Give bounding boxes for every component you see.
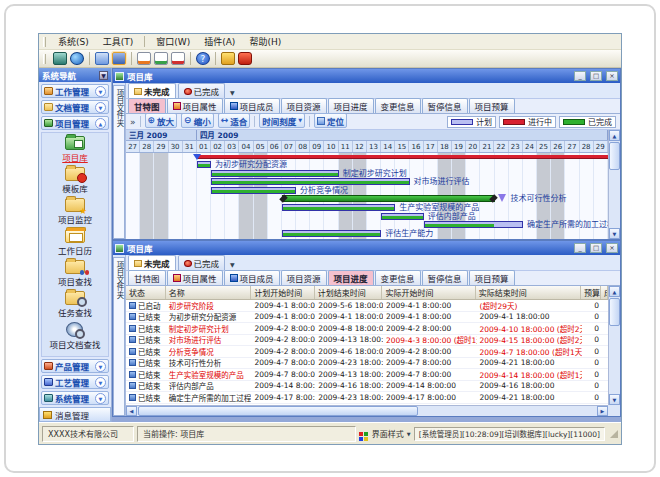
view-tab-4[interactable]: 项目进度 [328, 98, 374, 113]
column-header-5[interactable]: 实际结束时间 [476, 286, 581, 299]
help-icon[interactable] [196, 52, 210, 65]
column-header-4[interactable]: 实际开始时间 [382, 286, 475, 299]
gantt-bar-8[interactable] [282, 230, 381, 237]
sidebar-item-1[interactable]: 模板库 [62, 167, 88, 194]
scroll-right-button[interactable]: ▶ [597, 406, 608, 416]
globe-icon[interactable] [70, 52, 84, 65]
gantt-bar-6[interactable] [381, 213, 424, 220]
view-tab-5[interactable]: 变更信息 [375, 98, 421, 113]
sidebar-group-2[interactable]: 项目管理▲ [41, 116, 109, 130]
filter-tab-1[interactable]: 已完成 [178, 83, 226, 98]
gantt-bar-7[interactable] [424, 221, 523, 228]
folder-icon[interactable] [95, 52, 109, 65]
view-tab-6[interactable]: 暂停信息 [422, 270, 468, 285]
menu-item-1[interactable]: 工具(T) [97, 34, 140, 49]
close-button[interactable]: × [606, 243, 618, 253]
sidebar-group-3[interactable]: 产品管理▼ [41, 359, 109, 373]
sidebar-group-0[interactable]: 工作管理▼ [41, 84, 109, 98]
view-tab-2[interactable]: 项目成员 [224, 270, 280, 285]
scroll-left-button[interactable]: ◀ [126, 406, 137, 416]
sidebar-group-5[interactable]: 系统管理▼ [41, 391, 109, 405]
column-header-2[interactable]: 计划开始时间 [251, 286, 315, 299]
table-row-2[interactable]: 已结束制定初步研究计划2009-4-2 8:00:002009-4-8 18:0… [126, 323, 608, 335]
pin-icon[interactable]: ▼ [99, 71, 108, 80]
sidebar-item-3[interactable]: 工作日历 [58, 229, 92, 256]
zoom-in-button[interactable]: ⊕放大 [145, 113, 178, 128]
fit-button[interactable]: ↔适合 [218, 113, 251, 128]
gantt-window-titlebar[interactable]: 项目库 _ □ × [113, 69, 620, 83]
scroll-up-button[interactable]: ▲ [609, 130, 620, 141]
style-label[interactable]: 界面样式 [372, 428, 404, 439]
lock-icon[interactable] [221, 52, 235, 65]
view-tab-0[interactable]: 甘特图 [128, 270, 166, 285]
table-row-8[interactable]: 已结束确定生产所需的加工过程2009-4-17 8:00:002009-4-23… [126, 392, 608, 404]
menu-item-4[interactable]: 插件(A) [198, 34, 241, 49]
doc-del-icon[interactable] [171, 52, 185, 65]
table-row-7[interactable]: 已结束评估内部产品2009-4-14 8:00:002009-4-16 18:0… [126, 381, 608, 393]
column-header-6[interactable]: 预算 [581, 286, 601, 299]
more-tabs-button[interactable]: ▼ [227, 261, 238, 270]
sidebar-item-5[interactable]: 任务查找 [58, 291, 92, 318]
menu-item-3[interactable]: 窗口(W) [150, 34, 196, 49]
column-header-0[interactable]: 状态 [126, 286, 166, 299]
view-tab-7[interactable]: 项目预算 [469, 270, 515, 285]
view-tab-1[interactable]: 项目属性 [167, 98, 223, 113]
sidebar-item-6[interactable]: 项目文档查找 [49, 322, 100, 350]
table-row-0[interactable]: 已启动初步研究阶段2009-4-1 8:00:002009-5-6 18:00:… [126, 300, 608, 312]
scroll-thumb[interactable] [138, 406, 418, 416]
folder-side-tab[interactable]: 项目文件夹 [113, 255, 126, 416]
scroll-down-button[interactable]: ▼ [609, 394, 620, 405]
gantt-bar-3[interactable] [211, 187, 296, 194]
table-row-3[interactable]: 已结束对市场进行评估2009-4-2 8:00:002009-4-13 18:0… [126, 335, 608, 347]
chevron-down-icon[interactable]: ▼ [95, 377, 106, 388]
stop-icon[interactable] [238, 52, 252, 65]
chevron-down-icon[interactable]: ▼ [95, 102, 106, 113]
maximize-button[interactable]: □ [590, 243, 602, 253]
chevron-up-icon[interactable]: ▲ [95, 118, 106, 129]
maximize-button[interactable]: □ [590, 71, 602, 81]
menu-item-5[interactable]: 帮助(H) [243, 34, 287, 49]
resize-grip[interactable] [610, 430, 618, 438]
view-tab-2[interactable]: 项目成员 [224, 98, 280, 113]
gantt-bar-1[interactable] [211, 170, 339, 177]
table-window-titlebar[interactable]: 项目库 _ □ × [113, 241, 620, 255]
table-row-6[interactable]: 已结束生产实验室规模的产品2009-4-7 8:00:002009-4-13 1… [126, 369, 608, 381]
chevron-down-icon[interactable]: ▼ [95, 361, 106, 372]
menu-item-0[interactable]: 系统(S) [52, 34, 95, 49]
view-tab-5[interactable]: 变更信息 [375, 270, 421, 285]
table-horizontal-scrollbar[interactable]: ◀ ▶ [126, 405, 608, 416]
close-button[interactable]: × [606, 71, 618, 81]
minimize-button[interactable]: _ [574, 71, 586, 81]
view-tab-6[interactable]: 暂停信息 [422, 98, 468, 113]
sidebar-item-4[interactable]: 项目查找 [58, 260, 92, 287]
sidebar-group-4[interactable]: 工艺管理▼ [41, 375, 109, 389]
view-tab-3[interactable]: 项目资源 [281, 270, 327, 285]
column-header-3[interactable]: 计划结束时间 [315, 286, 383, 299]
view-tab-4[interactable]: 项目进度 [328, 270, 374, 285]
column-header-7[interactable]: 成 [601, 286, 608, 299]
gantt-bar-2[interactable] [211, 178, 409, 185]
folder-side-tab[interactable]: 项目文件夹 [113, 83, 126, 239]
table-vertical-scrollbar[interactable]: ▲ ▼ [608, 286, 620, 405]
doc-view-icon[interactable] [154, 52, 168, 65]
save-icon[interactable] [112, 52, 126, 65]
scroll-up-button[interactable]: ▲ [609, 286, 620, 297]
filter-tab-0[interactable]: 未完成 [128, 255, 176, 270]
gantt-bar-0[interactable] [197, 161, 211, 168]
view-tab-0[interactable]: 甘特图 [128, 98, 166, 113]
table-row-1[interactable]: 已结束为初步研究分配资源2009-4-1 8:00:002009-4-1 18:… [126, 312, 608, 324]
gantt-bar-5[interactable] [282, 204, 395, 211]
table-row-4[interactable]: 已结束分析竞争情况2009-4-2 8:00:002009-4-6 18:00:… [126, 346, 608, 358]
time-scale-button[interactable]: 时间刻度▼ [259, 113, 305, 128]
view-tab-7[interactable]: 项目预算 [469, 98, 515, 113]
table-row-5[interactable]: 已结束技术可行性分析2009-4-7 8:00:002009-4-23 18:0… [126, 358, 608, 370]
view-tab-1[interactable]: 项目属性 [167, 270, 223, 285]
chevron-down-icon[interactable]: ▼ [407, 431, 411, 437]
filter-tab-1[interactable]: 已完成 [178, 255, 226, 270]
sidebar-group-1[interactable]: 文档管理▼ [41, 100, 109, 114]
sidebar-item-0[interactable]: 项目库 [62, 136, 88, 163]
more-tabs-button[interactable]: ▼ [227, 89, 238, 98]
chevron-down-icon[interactable]: ▼ [95, 393, 106, 404]
sidebar-tab-messages[interactable]: 消息管理 [39, 407, 111, 422]
doc-add-icon[interactable] [137, 52, 151, 65]
